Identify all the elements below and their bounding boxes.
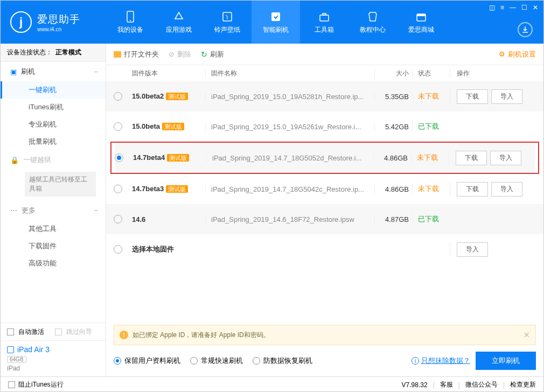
beta-badge: 测试版 xyxy=(162,123,184,130)
svg-rect-3 xyxy=(271,12,280,21)
logo[interactable]: j 爱思助手 www.i4.cn xyxy=(1,11,106,33)
option-radio[interactable] xyxy=(114,357,121,365)
app-url: www.i4.cn xyxy=(37,26,80,32)
table-row[interactable]: 15.0beta2测试版iPad_Spring_2019_15.0_19A528… xyxy=(106,81,543,111)
open-folder-button[interactable]: 打开文件夹 xyxy=(114,50,159,59)
download-button[interactable]: 下载 xyxy=(456,151,487,165)
table-row[interactable]: 选择本地固件导入 xyxy=(106,234,543,264)
firmware-table: 15.0beta2测试版iPad_Spring_2019_15.0_19A528… xyxy=(106,81,543,264)
block-itunes-checkbox[interactable] xyxy=(8,381,15,388)
table-row[interactable]: 15.0beta测试版iPad_Spring_2019_15.0_19A5261… xyxy=(106,111,543,142)
table-row[interactable]: 14.7beta3测试版iPad_Spring_2019_14.7_18G504… xyxy=(106,174,543,204)
flash-option[interactable]: 常规快速刷机 xyxy=(190,356,243,366)
download-button[interactable]: 下载 xyxy=(457,89,488,104)
svg-rect-7 xyxy=(417,14,426,16)
close-icon[interactable]: ✕ xyxy=(532,3,539,12)
option-radio[interactable] xyxy=(253,357,260,365)
sidebar-item[interactable]: 高级功能 xyxy=(1,255,106,272)
version-label: V7.98.32 xyxy=(402,381,428,389)
delete-button[interactable]: ⊘ 删除 xyxy=(169,50,191,59)
jailbreak-notice: 越狱工具已转移至工具箱 xyxy=(25,172,96,197)
table-row[interactable]: 14.7beta4测试版iPad_Spring_2019_14.7_18G505… xyxy=(115,143,535,173)
sidebar-item[interactable]: 一键刷机 xyxy=(1,81,106,99)
device-icon xyxy=(7,346,14,353)
auto-activate-checkbox[interactable] xyxy=(7,328,14,335)
flash-options: 保留用户资料刷机常规快速刷机防数据恢复刷机 i 只想抹除数据？ 立即刷机 xyxy=(114,352,536,370)
row-radio[interactable] xyxy=(115,153,123,162)
nav-item-3[interactable]: 智能刷机 xyxy=(252,1,300,44)
erase-link[interactable]: 只想抹除数据？ xyxy=(421,356,470,366)
beta-badge: 测试版 xyxy=(167,154,189,162)
row-radio[interactable] xyxy=(114,92,122,101)
sidebar-item[interactable]: iTunes刷机 xyxy=(1,99,106,116)
close-alert-icon[interactable]: ✕ xyxy=(524,331,530,339)
import-button[interactable]: 导入 xyxy=(490,151,521,165)
beta-badge: 测试版 xyxy=(166,185,188,193)
more-icon: ⋯ xyxy=(10,206,17,214)
flash-option[interactable]: 保留用户资料刷机 xyxy=(114,356,180,366)
refresh-button[interactable]: ↻ 刷新 xyxy=(201,50,224,59)
customer-service-link[interactable]: 客服 xyxy=(440,380,453,389)
option-radio[interactable] xyxy=(190,357,198,365)
warning-icon: ! xyxy=(120,331,128,339)
sidebar-item[interactable]: 批量刷机 xyxy=(1,133,106,150)
flash-now-button[interactable]: 立即刷机 xyxy=(476,352,536,370)
svg-point-1 xyxy=(130,20,131,21)
row-radio[interactable] xyxy=(114,245,122,254)
import-button[interactable]: 导入 xyxy=(491,182,522,197)
import-button[interactable]: 导入 xyxy=(491,89,522,104)
minimize-icon[interactable]: — xyxy=(508,3,517,12)
app-name: 爱思助手 xyxy=(37,12,80,26)
toolbar: 打开文件夹 ⊘ 删除 ↻ 刷新 ⚙ 刷机设置 xyxy=(106,44,543,65)
sidebar-head-jailbreak: 🔒 一键越狱 xyxy=(1,150,106,170)
nav-item-5[interactable]: 教程中心 xyxy=(348,1,397,44)
nav-item-6[interactable]: 爱思商城 xyxy=(397,1,445,44)
check-update-link[interactable]: 检查更新 xyxy=(510,380,536,389)
import-button[interactable]: 导入 xyxy=(457,242,488,257)
apple-id-alert: ! 如已绑定 Apple ID，请准备好 Apple ID和密码。 ✕ xyxy=(114,325,536,345)
shirt-icon[interactable]: ◫ xyxy=(488,3,496,12)
flash-icon: ▣ xyxy=(10,68,17,76)
row-radio[interactable] xyxy=(114,122,122,131)
sidebar-head-flash[interactable]: ▣ 刷机 − xyxy=(1,62,106,81)
collapse-icon[interactable]: − xyxy=(94,206,98,214)
nav-icon xyxy=(221,10,233,23)
highlighted-row: 14.7beta4测试版iPad_Spring_2019_14.7_18G505… xyxy=(110,142,539,174)
nav-item-1[interactable]: 应用游戏 xyxy=(155,1,203,44)
nav-icon xyxy=(367,10,379,23)
nav-icon xyxy=(125,10,136,23)
nav-item-0[interactable]: 我的设备 xyxy=(106,1,155,44)
sidebar-item[interactable]: 下载固件 xyxy=(1,237,106,255)
nav-item-2[interactable]: 铃声壁纸 xyxy=(203,1,252,44)
svg-rect-4 xyxy=(320,15,329,21)
wechat-link[interactable]: 微信公众号 xyxy=(465,380,498,389)
skip-guide-checkbox[interactable] xyxy=(55,328,62,335)
sidebar-head-more[interactable]: ⋯ 更多 − xyxy=(1,201,106,220)
flash-option[interactable]: 防数据恢复刷机 xyxy=(253,356,312,366)
download-button[interactable]: 下载 xyxy=(457,182,488,197)
logo-icon: j xyxy=(10,11,32,33)
row-radio[interactable] xyxy=(114,215,122,223)
sidebar-item[interactable]: 其他工具 xyxy=(1,220,106,237)
device-info[interactable]: iPad Air 3 64GB iPad xyxy=(1,340,106,376)
menu-icon[interactable]: ≡ xyxy=(499,3,505,12)
settings-button[interactable]: ⚙ 刷机设置 xyxy=(499,50,536,59)
sidebar-options: 自动激活 跳过向导 xyxy=(1,323,106,340)
row-radio[interactable] xyxy=(114,185,122,193)
collapse-icon[interactable]: − xyxy=(94,68,98,76)
nav: 我的设备应用游戏铃声壁纸智能刷机工具箱教程中心爱思商城 xyxy=(106,1,445,44)
nav-item-4[interactable]: 工具箱 xyxy=(300,1,348,44)
table-row[interactable]: 14.6iPad_Spring_2019_14.6_18F72_Restore.… xyxy=(106,204,543,234)
table-header: 固件版本 固件名称 大小 状态 操作 xyxy=(106,65,543,81)
beta-badge: 测试版 xyxy=(166,93,188,100)
svg-rect-5 xyxy=(323,13,326,15)
nav-icon xyxy=(415,10,427,23)
maximize-icon[interactable]: ☐ xyxy=(520,3,528,12)
storage-badge: 64GB xyxy=(7,356,26,363)
refresh-icon: ↻ xyxy=(201,50,207,59)
download-manager-icon[interactable] xyxy=(518,22,533,37)
delete-icon: ⊘ xyxy=(169,50,175,58)
nav-icon xyxy=(270,10,282,23)
sidebar-item[interactable]: 专业刷机 xyxy=(1,116,106,133)
footer: 阻止iTunes运行 V7.98.32 | 客服 | 微信公众号 | 检查更新 xyxy=(1,376,543,392)
